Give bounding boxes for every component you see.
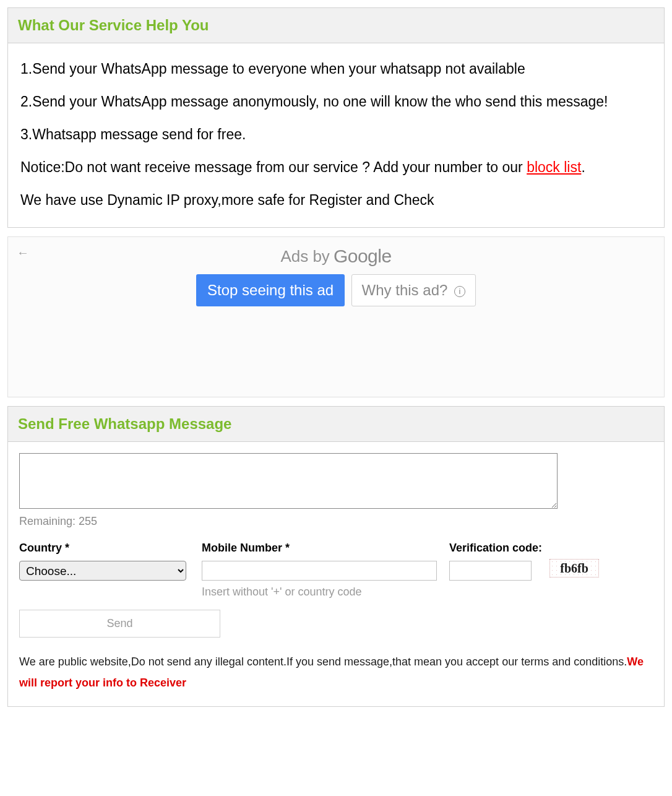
why-ad-label: Why this ad? [362,282,448,298]
stop-ad-button[interactable]: Stop seeing this ad [196,274,345,306]
notice-suffix: . [581,159,585,175]
verify-input[interactable] [449,561,532,581]
remaining-counter: Remaining: 255 [19,515,653,528]
verify-label: Verification code: [449,542,542,555]
disclaimer-main: We are public website,Do not send any il… [19,655,627,668]
send-message-header: Send Free Whatsapp Message [8,407,664,442]
country-label: Country * [19,542,202,555]
notice-prefix: Notice:Do not want receive message from … [20,159,527,175]
form-row: Country * Choose... Mobile Number * Inse… [19,542,653,599]
service-item-1: 1.Send your WhatsApp message to everyone… [20,59,652,79]
block-list-link[interactable]: block list [527,159,581,175]
verify-field: Verification code: fb6fb [449,542,653,581]
country-select[interactable]: Choose... [19,561,186,581]
ads-by-text: Ads by [280,247,330,266]
proxy-text: We have use Dynamic IP proxy,more safe f… [20,191,652,210]
arrow-left-icon[interactable]: ← [17,246,29,260]
ads-by-label: Ads by Google [18,246,654,267]
send-button[interactable]: Send [19,610,220,638]
send-message-title: Send Free Whatsapp Message [18,415,654,433]
info-icon: i [454,286,465,297]
service-item-2: 2.Send your WhatsApp message anonymously… [20,92,652,111]
service-help-panel: What Our Service Help You 1.Send your Wh… [7,7,665,228]
disclaimer: We are public website,Do not send any il… [19,651,653,693]
country-field: Country * Choose... [19,542,202,581]
notice-text: Notice:Do not want receive message from … [20,158,652,177]
service-help-header: What Our Service Help You [8,8,664,43]
send-message-body: Remaining: 255 Country * Choose... Mobil… [8,442,664,706]
mobile-field: Mobile Number * Insert without '+' or co… [202,542,449,599]
service-help-title: What Our Service Help You [18,17,654,34]
ad-buttons: Stop seeing this ad Why this ad? i [18,274,654,306]
service-help-body: 1.Send your WhatsApp message to everyone… [8,43,664,227]
mobile-hint: Insert without '+' or country code [202,586,449,599]
captcha-image: fb6fb [549,559,599,578]
message-textarea[interactable] [19,453,558,509]
google-logo: Google [334,246,392,267]
mobile-input[interactable] [202,561,437,581]
service-item-3: 3.Whatsapp message send for free. [20,125,652,144]
mobile-label: Mobile Number * [202,542,449,555]
ad-container: ← Ads by Google Stop seeing this ad Why … [7,236,665,397]
send-message-panel: Send Free Whatsapp Message Remaining: 25… [7,406,665,706]
why-ad-button[interactable]: Why this ad? i [351,274,476,306]
